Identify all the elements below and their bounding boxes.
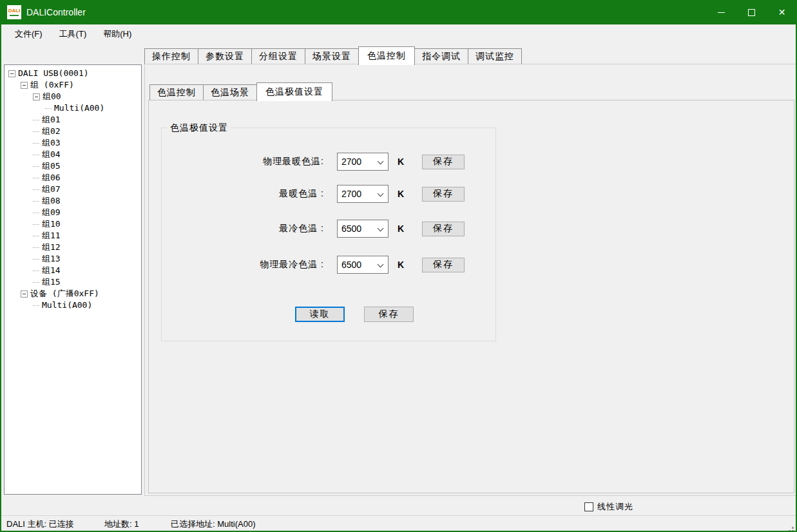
row-warmest: 最暖色温 : 2700 K 保存 [162,185,495,203]
tree-connector [33,120,39,120]
ct-limits-groupbox: 色温极值设置 物理最暖色温: 2700 K 保存 最暖色温 : 2700 K 保… [161,128,496,341]
physical-warmest-label: 物理最暖色温: [162,156,324,167]
menu-help[interactable]: 帮助(H) [95,26,140,43]
maximize-button[interactable] [736,0,767,24]
tree-connector [33,236,39,236]
coolest-select[interactable]: 6500 [337,220,389,238]
combo-value: 2700 [341,189,361,199]
physical-warmest-select[interactable]: 2700 [337,153,389,171]
tree-connector [33,271,39,271]
collapse-icon[interactable] [8,70,15,77]
save-coolest-button[interactable]: 保存 [422,222,465,236]
save-physical-warmest-button[interactable]: 保存 [422,155,465,169]
tree-connector [33,178,39,178]
tree-connector [33,247,39,248]
maximize-icon [748,9,755,16]
tab-scene-settings[interactable]: 场景设置 [305,48,359,64]
tree-item-device-multi-a00[interactable]: Multi(A00) [5,299,141,311]
tree-connector [33,259,39,260]
tab-command-debug[interactable]: 指令调试 [414,48,468,64]
read-button[interactable]: 读取 [295,307,345,322]
row-physical-warmest: 物理最暖色温: 2700 K 保存 [162,153,495,171]
app-icon-text: DALI [8,8,21,14]
row-coolest: 最冷色温 : 6500 K 保存 [162,220,495,238]
subtab-color-temp-control[interactable]: 色温控制 [149,84,204,100]
subtab-color-temp-scene[interactable]: 色温场景 [203,84,257,100]
minimize-icon [718,12,725,13]
tree-connector [33,224,39,225]
app-icon: DALI [7,5,21,19]
tree-item-multi-a00[interactable]: Multi(A00) [5,102,141,114]
warmest-label: 最暖色温 : [162,188,324,200]
app-window: DALI DALIController ✕ 文件(F) 工具(T) 帮助(H) … [0,0,797,532]
tab-debug-monitor[interactable]: 调试监控 [468,48,522,64]
statusbar: DALI 主机: 已连接 地址数: 1 已选择地址: Multi(A00) [1,515,796,531]
physical-coolest-label: 物理最冷色温 : [162,259,324,271]
combo-value: 2700 [341,157,361,167]
row-physical-coolest: 物理最冷色温 : 6500 K 保存 [162,256,495,274]
chevron-down-icon [378,191,384,197]
tree-item-group11[interactable]: 组11 [5,230,141,242]
groupbox-title: 色温极值设置 [168,122,231,134]
menu-tools[interactable]: 工具(T) [51,26,95,43]
close-button[interactable]: ✕ [767,0,797,24]
unit-label: K [398,260,407,270]
tree-item-group04[interactable]: 组04 [5,149,141,160]
tree-connector [33,282,39,283]
tree-item-group07[interactable]: 组07 [5,184,141,195]
combo-value: 6500 [341,223,361,234]
sub-tabstrip: 色温控制 色温场景 色温极值设置 [149,82,332,100]
tree-connector [45,108,52,109]
subtab-color-temp-limits[interactable]: 色温极值设置 [256,82,332,101]
physical-coolest-select[interactable]: 6500 [337,256,389,274]
groupbox-actions: 读取 保存 [162,307,495,322]
save-physical-coolest-button[interactable]: 保存 [422,258,465,272]
status-address-count: 地址数: 1 [104,518,139,530]
tree-item-group15[interactable]: 组15 [5,276,141,288]
unit-label: K [398,189,407,199]
tree-connector [33,305,39,306]
chevron-down-icon [378,158,384,165]
collapse-icon[interactable] [33,93,40,100]
menubar: 文件(F) 工具(T) 帮助(H) [1,24,796,44]
tree-item-dali-usb[interactable]: DALI USB(0001) [5,68,141,79]
tree-item-group00[interactable]: 组00 [5,91,141,102]
tab-color-temp-control[interactable]: 色温控制 [358,46,415,65]
tree-connector [33,213,39,213]
menu-file[interactable]: 文件(F) [6,26,51,43]
tab-grouping-settings[interactable]: 分组设置 [251,48,305,64]
combo-value: 6500 [341,260,361,270]
tree-connector [33,143,39,144]
tree-connector [33,166,39,167]
collapse-icon[interactable] [21,82,28,89]
tree-item-group10[interactable]: 组10 [5,218,141,230]
tab-parameter-settings[interactable]: 参数设置 [198,48,252,64]
tree-item-group06[interactable]: 组06 [5,172,141,184]
resize-grip[interactable] [792,527,794,529]
minimize-button[interactable] [706,0,736,24]
tree-item-group08[interactable]: 组08 [5,195,141,207]
device-tree: DALI USB(0001) 组 (0xFF) 组00 Multi(A00) 组… [4,64,142,495]
unit-label: K [398,157,407,167]
tree-item-group14[interactable]: 组14 [5,265,141,276]
chevron-down-icon [378,225,384,232]
save-all-button[interactable]: 保存 [364,307,414,322]
tree-item-group13[interactable]: 组13 [5,253,141,265]
tree-item-group05[interactable]: 组05 [5,160,141,172]
save-warmest-button[interactable]: 保存 [422,187,465,202]
linear-dimming-checkbox[interactable] [584,502,593,511]
tree-item-group09[interactable]: 组09 [5,207,141,218]
main-tabstrip: 操作控制 参数设置 分组设置 场景设置 色温控制 指令调试 调试监控 [144,46,521,64]
tree-item-group12[interactable]: 组12 [5,242,141,253]
close-icon: ✕ [778,7,786,17]
unit-label: K [398,223,407,234]
tree-item-group01[interactable]: 组01 [5,114,141,126]
tree-item-group02[interactable]: 组02 [5,126,141,137]
tree-item-group-root[interactable]: 组 (0xFF) [5,79,141,91]
tree-item-device-broadcast[interactable]: 设备 (广播0xFF) [5,288,141,299]
warmest-select[interactable]: 2700 [337,185,389,203]
collapse-icon[interactable] [21,290,28,298]
titlebar: DALI DALIController ✕ [0,0,797,24]
tree-item-group03[interactable]: 组03 [5,137,141,149]
tab-operation-control[interactable]: 操作控制 [144,48,198,64]
